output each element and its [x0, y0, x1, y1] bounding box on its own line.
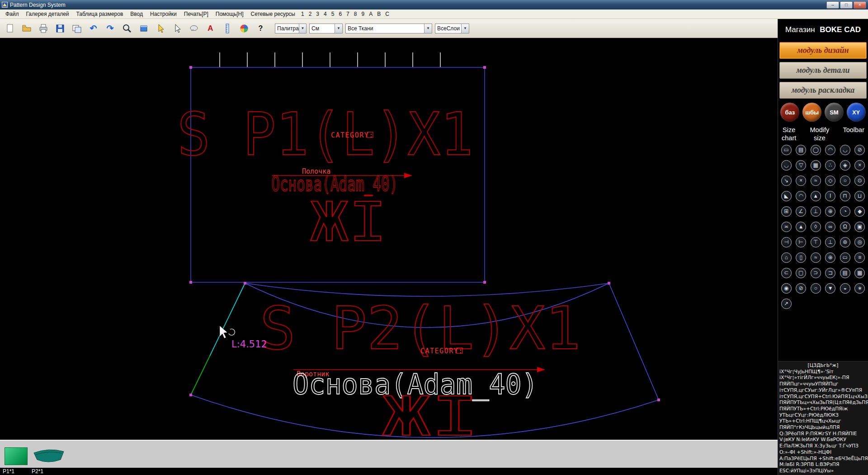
- piece2-left-edge-lower[interactable]: [191, 356, 210, 395]
- chevron-down-icon[interactable]: ▼: [461, 24, 469, 33]
- menu-item-help[interactable]: Помощь[H]: [212, 10, 247, 18]
- sidebar-tool-icon-10[interactable]: ∴: [825, 160, 835, 171]
- menu-item-1[interactable]: 1: [299, 10, 307, 18]
- sidebar-tool-icon-57[interactable]: ○: [811, 283, 821, 294]
- open-button[interactable]: [19, 21, 33, 35]
- sidebar-tool-icon-58[interactable]: ▼: [825, 283, 835, 294]
- sidebar-tool-icon-39[interactable]: ⊤: [811, 237, 821, 247]
- sidebar-tool-icon-30[interactable]: ◆: [854, 206, 865, 217]
- sidebar-tool-icon-53[interactable]: ▤: [840, 268, 850, 278]
- sidebar-tool-icon-38[interactable]: ⊢: [796, 237, 806, 247]
- mode-button-seams[interactable]: шбы: [802, 103, 821, 122]
- sidebar-tool-icon-11[interactable]: ◈: [840, 160, 850, 171]
- sidebar-tool-icon-8[interactable]: ▽: [796, 160, 806, 171]
- sidebar-tool-icon-54[interactable]: ▦: [854, 268, 865, 278]
- sidebar-tool-icon-12[interactable]: ×: [854, 160, 865, 171]
- mode-button-xy[interactable]: XY: [847, 103, 866, 122]
- unit-combo[interactable]: См ▼: [309, 24, 343, 33]
- menu-item-5[interactable]: 5: [329, 10, 337, 18]
- drawing-canvas[interactable]: S P1(L)X1 CATEGORY: Полочка Основа(Adam_…: [0, 38, 778, 440]
- sidebar-tool-icon-47[interactable]: ▭: [840, 252, 850, 263]
- module-button-layout[interactable]: модуль раскладка: [779, 82, 867, 99]
- minimize-button[interactable]: –: [826, 1, 839, 9]
- layers-combo[interactable]: ВсеСлои ▼: [435, 24, 469, 33]
- sidebar-tool-icon-26[interactable]: ∠: [796, 206, 806, 217]
- menu-item-9[interactable]: 9: [359, 10, 367, 18]
- chevron-down-icon[interactable]: ▼: [299, 24, 306, 33]
- sidebar-tool-icon-55[interactable]: ◉: [781, 283, 792, 294]
- sidebar-tool-icon-51[interactable]: ⊃: [811, 268, 821, 278]
- sidebar-tool-icon-43[interactable]: ⌂: [781, 252, 792, 263]
- sidebar-tool-icon-60[interactable]: ∗: [854, 283, 865, 294]
- palette-combo[interactable]: Палитра ▼: [275, 24, 307, 33]
- sidebar-tool-icon-13[interactable]: ↘: [781, 176, 792, 186]
- menu-item-print[interactable]: Печать[P]: [180, 10, 212, 18]
- sidebar-tool-icon-35[interactable]: Ω: [840, 222, 850, 232]
- sidebar-tool-icon-5[interactable]: ◡: [840, 145, 850, 155]
- sidebar-tool-icon-17[interactable]: ○: [840, 176, 850, 186]
- close-button[interactable]: ×: [854, 1, 866, 9]
- sidebar-tool-icon-46[interactable]: ⊕: [825, 252, 835, 263]
- fabric-combo[interactable]: Все Ткани ▼: [345, 24, 432, 33]
- copy-button[interactable]: [70, 21, 84, 35]
- sidebar-tool-icon-40[interactable]: ⊥: [825, 237, 835, 247]
- sidebar-tool-icon-44[interactable]: ▯: [796, 252, 806, 263]
- menu-item-c[interactable]: C: [383, 10, 392, 18]
- menu-item-b[interactable]: B: [375, 10, 383, 18]
- sidebar-tool-icon-45[interactable]: ≈: [811, 252, 821, 263]
- sidebar-tool-icon-14[interactable]: ×: [796, 176, 806, 186]
- sidebar-tool-icon-50[interactable]: ▢: [796, 268, 806, 278]
- sidebar-tool-icon-22[interactable]: I: [825, 191, 835, 201]
- save-button[interactable]: [53, 21, 67, 35]
- menu-item-input[interactable]: Ввод: [127, 10, 146, 18]
- undo-button[interactable]: ↶: [86, 21, 100, 35]
- sidebar-tool-icon-20[interactable]: ◠: [796, 191, 806, 201]
- menu-item-7[interactable]: 7: [344, 10, 352, 18]
- sidebar-tool-icon-59[interactable]: ◒: [840, 283, 850, 294]
- ruler-button[interactable]: [220, 21, 234, 35]
- menu-item-4[interactable]: 4: [321, 10, 329, 18]
- help-button[interactable]: ?: [254, 21, 268, 35]
- sidebar-tool-icon-41[interactable]: ⊚: [840, 237, 850, 247]
- menu-item-8[interactable]: 8: [352, 10, 359, 18]
- select-arrow-button[interactable]: [153, 21, 167, 35]
- sidebar-tool-icon-15[interactable]: ≈: [811, 176, 821, 186]
- sidebar-tool-icon-6[interactable]: ⊘: [854, 145, 865, 155]
- sidebar-tool-icon-37[interactable]: ⊣: [781, 237, 792, 247]
- menu-item-file[interactable]: Файл: [2, 10, 23, 18]
- menu-item-a[interactable]: A: [367, 10, 375, 18]
- sidebar-tool-icon-9[interactable]: ▦: [811, 160, 821, 171]
- text-tool-button[interactable]: A: [203, 21, 217, 35]
- menu-item-6[interactable]: 6: [336, 10, 344, 18]
- sidebar-tool-icon-61[interactable]: ↗: [781, 299, 792, 309]
- sidebar-tool-icon-3[interactable]: ◯: [811, 145, 821, 155]
- menu-item-size-table[interactable]: Таблица размеров: [73, 10, 127, 18]
- sidebar-tool-icon-31[interactable]: ≍: [781, 222, 792, 232]
- menu-item-3[interactable]: 3: [314, 10, 321, 18]
- view-window-button[interactable]: [137, 21, 151, 35]
- sidebar-tool-icon-18[interactable]: ⊙: [854, 176, 865, 186]
- sidebar-tool-icon-33[interactable]: ◊: [811, 222, 821, 232]
- sidebar-tool-icon-56[interactable]: ⊘: [796, 283, 806, 294]
- lasso-button[interactable]: [187, 21, 201, 35]
- menu-item-network[interactable]: Сетевые ресурсы: [247, 10, 299, 18]
- menu-item-settings[interactable]: Настройки: [146, 10, 180, 18]
- pattern-piece-1[interactable]: S P1(L)X1 CATEGORY: Полочка Основа(Adam_…: [177, 52, 486, 284]
- print-button[interactable]: [36, 21, 50, 35]
- zoom-button[interactable]: [120, 21, 134, 35]
- sidebar-tool-icon-1[interactable]: ▭: [781, 145, 792, 155]
- mode-button-base[interactable]: баз: [780, 103, 799, 122]
- maximize-button[interactable]: □: [840, 1, 853, 9]
- pattern-thumbnail-2[interactable]: [32, 446, 66, 464]
- sidebar-tool-icon-52[interactable]: ⊐: [825, 268, 835, 278]
- module-button-details[interactable]: модуль детали: [779, 62, 867, 79]
- sidebar-tool-icon-19[interactable]: ◣: [781, 191, 792, 201]
- sidebar-tool-icon-34[interactable]: ∞: [825, 222, 835, 232]
- sidebar-tool-icon-32[interactable]: ▲: [796, 222, 806, 232]
- sidebar-tool-icon-36[interactable]: ▣: [854, 222, 865, 232]
- sidebar-tool-icon-28[interactable]: ⊕: [825, 206, 835, 217]
- sidebar-tool-icon-16[interactable]: ◇: [825, 176, 835, 186]
- sidebar-tool-icon-7[interactable]: ◡: [781, 160, 792, 171]
- new-button[interactable]: [3, 21, 17, 35]
- menu-item-2[interactable]: 2: [307, 10, 314, 18]
